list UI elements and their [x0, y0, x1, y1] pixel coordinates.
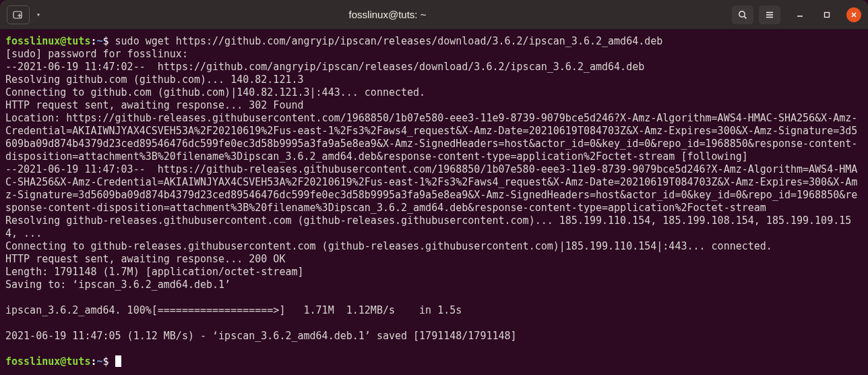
chevron-down-icon[interactable]: ▾ [34, 8, 43, 21]
svg-rect-0 [13, 11, 22, 18]
close-icon [850, 11, 857, 18]
output-line: Resolving github-releases.githubusercont… [5, 214, 851, 239]
prompt-path: ~ [96, 35, 102, 47]
maximize-button[interactable] [819, 7, 834, 22]
prompt-line-1: fosslinux@tuts:~$ sudo wget https://gith… [5, 35, 662, 47]
minimize-button[interactable] [793, 7, 807, 22]
titlebar: ▾ fosslinux@tuts: ~ [0, 0, 868, 30]
search-icon [738, 10, 747, 20]
close-button[interactable] [846, 7, 861, 22]
hamburger-icon [765, 10, 774, 20]
prompt-user-host: fosslinux@tuts [5, 35, 90, 47]
output-line: Saving to: ‘ipscan_3.6.2_amd64.deb.1’ [5, 279, 230, 291]
minimize-icon [797, 11, 803, 18]
prompt-symbol: $ [103, 355, 109, 368]
prompt-symbol: $ [103, 35, 109, 47]
maximize-icon [824, 11, 830, 18]
output-line: ipscan_3.6.2_amd64. 100%[===============… [5, 304, 462, 316]
output-line: HTTP request sent, awaiting response... … [5, 99, 304, 111]
svg-rect-9 [825, 12, 830, 17]
output-line: HTTP request sent, awaiting response... … [5, 253, 285, 265]
prompt-path: ~ [96, 355, 102, 368]
output-line: 2021-06-19 11:47:05 (1.12 MB/s) - ‘ipsca… [5, 330, 517, 342]
output-line: --2021-06-19 11:47:02-- https://github.c… [5, 61, 644, 73]
terminal-area[interactable]: fosslinux@tuts:~$ sudo wget https://gith… [0, 30, 868, 374]
menu-button[interactable] [759, 5, 780, 24]
output-line: Resolving github.com (github.com)... 140… [5, 74, 304, 86]
cursor [115, 355, 121, 367]
search-button[interactable] [732, 5, 753, 24]
new-tab-icon [13, 10, 24, 20]
titlebar-right [732, 5, 861, 24]
prompt-user-host: fosslinux@tuts [5, 355, 90, 368]
window-title: fosslinux@tuts: ~ [43, 8, 732, 21]
output-line: --2021-06-19 11:47:03-- https://github-r… [5, 163, 857, 214]
output-line: Connecting to github.com (github.com)|14… [5, 86, 425, 98]
svg-point-3 [739, 11, 745, 16]
output-line: Location: https://github-releases.github… [5, 112, 857, 163]
titlebar-left: ▾ [7, 5, 43, 24]
output-line: Length: 1791148 (1.7M) [application/octe… [5, 266, 304, 278]
command-text: sudo wget https://github.com/angryip/ips… [115, 35, 663, 47]
new-tab-button[interactable] [7, 5, 30, 24]
output-line: Connecting to github-releases.githubuser… [5, 240, 772, 252]
output-line: [sudo] password for fosslinux: [5, 48, 188, 60]
svg-line-4 [744, 16, 746, 18]
prompt-line-2: fosslinux@tuts:~$ [5, 355, 121, 368]
